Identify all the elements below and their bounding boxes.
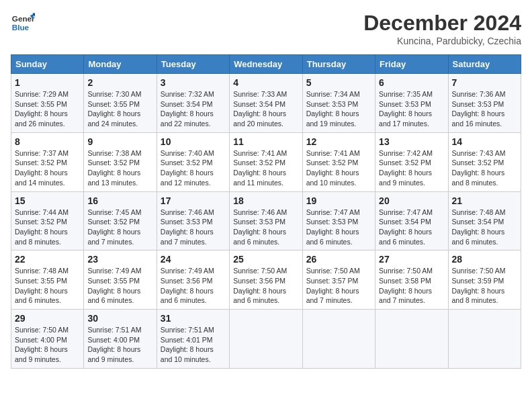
day-cell-1: 1 Sunrise: 7:29 AM Sunset: 3:55 PM Dayli… (11, 74, 84, 133)
day-info: Sunrise: 7:47 AM Sunset: 3:54 PM Dayligh… (379, 208, 444, 247)
day-info: Sunrise: 7:47 AM Sunset: 3:53 PM Dayligh… (306, 208, 371, 247)
day-info: Sunrise: 7:42 AM Sunset: 3:52 PM Dayligh… (379, 148, 444, 188)
day-cell-30: 30 Sunrise: 7:51 AM Sunset: 4:00 PM Dayl… (84, 310, 157, 369)
day-info: Sunrise: 7:41 AM Sunset: 3:52 PM Dayligh… (306, 148, 371, 188)
empty-cell (302, 310, 375, 369)
day-info: Sunrise: 7:40 AM Sunset: 3:52 PM Dayligh… (161, 148, 226, 188)
day-info: Sunrise: 7:32 AM Sunset: 3:54 PM Dayligh… (161, 89, 226, 129)
header-friday: Friday (375, 55, 448, 74)
svg-text:Blue: Blue (12, 23, 30, 32)
day-info: Sunrise: 7:35 AM Sunset: 3:53 PM Dayligh… (379, 89, 444, 129)
day-cell-9: 9 Sunrise: 7:38 AM Sunset: 3:52 PM Dayli… (84, 132, 157, 191)
day-cell-28: 28 Sunrise: 7:50 AM Sunset: 3:59 PM Dayl… (448, 250, 521, 310)
day-cell-4: 4 Sunrise: 7:33 AM Sunset: 3:54 PM Dayli… (230, 74, 302, 133)
day-info: Sunrise: 7:33 AM Sunset: 3:54 PM Dayligh… (233, 89, 298, 129)
day-cell-8: 8 Sunrise: 7:37 AM Sunset: 3:52 PM Dayli… (11, 132, 84, 191)
day-info: Sunrise: 7:51 AM Sunset: 4:01 PM Dayligh… (161, 325, 226, 365)
day-info: Sunrise: 7:37 AM Sunset: 3:52 PM Dayligh… (15, 148, 80, 188)
day-cell-5: 5 Sunrise: 7:34 AM Sunset: 3:53 PM Dayli… (302, 74, 375, 133)
day-cell-27: 27 Sunrise: 7:50 AM Sunset: 3:58 PM Dayl… (375, 250, 448, 310)
day-number: 25 (233, 254, 298, 265)
day-number: 28 (452, 254, 517, 265)
calendar-table: Sunday Monday Tuesday Wednesday Thursday… (11, 54, 521, 369)
day-number: 13 (379, 136, 444, 147)
day-number: 10 (161, 136, 226, 147)
day-info: Sunrise: 7:44 AM Sunset: 3:52 PM Dayligh… (15, 208, 80, 247)
day-info: Sunrise: 7:49 AM Sunset: 3:55 PM Dayligh… (87, 266, 152, 306)
day-number: 20 (379, 195, 444, 206)
day-info: Sunrise: 7:50 AM Sunset: 3:57 PM Dayligh… (306, 266, 371, 306)
day-info: Sunrise: 7:50 AM Sunset: 4:00 PM Dayligh… (15, 325, 80, 365)
weekday-header-row: Sunday Monday Tuesday Wednesday Thursday… (11, 55, 521, 74)
day-info: Sunrise: 7:36 AM Sunset: 3:53 PM Dayligh… (452, 89, 517, 129)
header-tuesday: Tuesday (157, 55, 229, 74)
day-number: 12 (306, 136, 371, 147)
day-number: 30 (87, 313, 152, 324)
day-info: Sunrise: 7:49 AM Sunset: 3:56 PM Dayligh… (161, 266, 226, 306)
day-cell-18: 18 Sunrise: 7:46 AM Sunset: 3:53 PM Dayl… (230, 191, 302, 250)
day-info: Sunrise: 7:43 AM Sunset: 3:52 PM Dayligh… (452, 148, 517, 188)
day-number: 9 (87, 136, 152, 147)
day-info: Sunrise: 7:51 AM Sunset: 4:00 PM Dayligh… (87, 325, 152, 365)
day-number: 2 (87, 77, 152, 88)
empty-cell (230, 310, 302, 369)
day-number: 5 (306, 77, 371, 88)
calendar-week-row: 29 Sunrise: 7:50 AM Sunset: 4:00 PM Dayl… (11, 310, 521, 369)
location: Kuncina, Pardubicky, Czechia (363, 36, 521, 46)
day-info: Sunrise: 7:48 AM Sunset: 3:54 PM Dayligh… (452, 208, 517, 247)
day-number: 15 (15, 195, 80, 206)
day-cell-23: 23 Sunrise: 7:49 AM Sunset: 3:55 PM Dayl… (84, 250, 157, 310)
day-cell-11: 11 Sunrise: 7:41 AM Sunset: 3:52 PM Dayl… (230, 132, 302, 191)
day-info: Sunrise: 7:48 AM Sunset: 3:55 PM Dayligh… (15, 266, 80, 306)
day-number: 31 (161, 313, 226, 324)
header-wednesday: Wednesday (230, 55, 302, 74)
day-cell-20: 20 Sunrise: 7:47 AM Sunset: 3:54 PM Dayl… (375, 191, 448, 250)
header-sunday: Sunday (11, 55, 84, 74)
day-number: 29 (15, 313, 80, 324)
day-number: 19 (306, 195, 371, 206)
day-info: Sunrise: 7:50 AM Sunset: 3:56 PM Dayligh… (233, 266, 298, 306)
day-cell-6: 6 Sunrise: 7:35 AM Sunset: 3:53 PM Dayli… (375, 74, 448, 133)
day-number: 11 (233, 136, 298, 147)
day-number: 21 (452, 195, 517, 206)
day-number: 14 (452, 136, 517, 147)
day-cell-12: 12 Sunrise: 7:41 AM Sunset: 3:52 PM Dayl… (302, 132, 375, 191)
day-info: Sunrise: 7:38 AM Sunset: 3:52 PM Dayligh… (87, 148, 152, 188)
day-info: Sunrise: 7:50 AM Sunset: 3:59 PM Dayligh… (452, 266, 517, 306)
calendar-week-row: 22 Sunrise: 7:48 AM Sunset: 3:55 PM Dayl… (11, 250, 521, 310)
day-number: 27 (379, 254, 444, 265)
day-cell-16: 16 Sunrise: 7:45 AM Sunset: 3:52 PM Dayl… (84, 191, 157, 250)
day-info: Sunrise: 7:46 AM Sunset: 3:53 PM Dayligh… (233, 208, 298, 247)
day-number: 17 (161, 195, 226, 206)
day-info: Sunrise: 7:30 AM Sunset: 3:55 PM Dayligh… (87, 89, 152, 129)
day-cell-25: 25 Sunrise: 7:50 AM Sunset: 3:56 PM Dayl… (230, 250, 302, 310)
day-number: 26 (306, 254, 371, 265)
day-number: 16 (87, 195, 152, 206)
day-cell-26: 26 Sunrise: 7:50 AM Sunset: 3:57 PM Dayl… (302, 250, 375, 310)
empty-cell (448, 310, 521, 369)
day-number: 8 (15, 136, 80, 147)
day-number: 7 (452, 77, 517, 88)
day-number: 24 (161, 254, 226, 265)
day-cell-19: 19 Sunrise: 7:47 AM Sunset: 3:53 PM Dayl… (302, 191, 375, 250)
calendar-week-row: 15 Sunrise: 7:44 AM Sunset: 3:52 PM Dayl… (11, 191, 521, 250)
day-cell-10: 10 Sunrise: 7:40 AM Sunset: 3:52 PM Dayl… (157, 132, 229, 191)
header-monday: Monday (84, 55, 157, 74)
calendar-week-row: 1 Sunrise: 7:29 AM Sunset: 3:55 PM Dayli… (11, 74, 521, 133)
empty-cell (375, 310, 448, 369)
day-cell-22: 22 Sunrise: 7:48 AM Sunset: 3:55 PM Dayl… (11, 250, 84, 310)
day-info: Sunrise: 7:46 AM Sunset: 3:53 PM Dayligh… (161, 208, 226, 247)
day-number: 6 (379, 77, 444, 88)
logo-icon: General Blue (11, 11, 35, 35)
header-thursday: Thursday (302, 55, 375, 74)
day-number: 22 (15, 254, 80, 265)
day-info: Sunrise: 7:50 AM Sunset: 3:58 PM Dayligh… (379, 266, 444, 306)
day-cell-2: 2 Sunrise: 7:30 AM Sunset: 3:55 PM Dayli… (84, 74, 157, 133)
day-info: Sunrise: 7:34 AM Sunset: 3:53 PM Dayligh… (306, 89, 371, 129)
day-cell-14: 14 Sunrise: 7:43 AM Sunset: 3:52 PM Dayl… (448, 132, 521, 191)
day-number: 1 (15, 77, 80, 88)
day-cell-13: 13 Sunrise: 7:42 AM Sunset: 3:52 PM Dayl… (375, 132, 448, 191)
day-cell-31: 31 Sunrise: 7:51 AM Sunset: 4:01 PM Dayl… (157, 310, 229, 369)
day-cell-15: 15 Sunrise: 7:44 AM Sunset: 3:52 PM Dayl… (11, 191, 84, 250)
day-number: 4 (233, 77, 298, 88)
